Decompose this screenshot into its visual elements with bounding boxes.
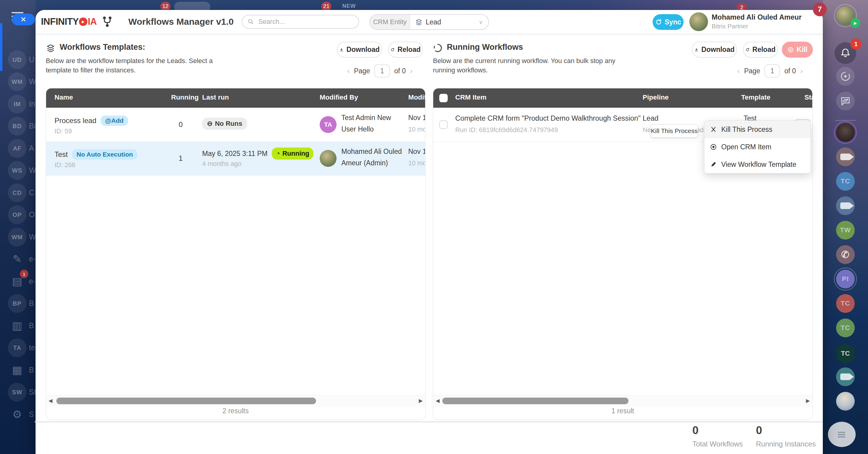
sidebar-item[interactable]: CDC [0,183,36,202]
app-header: INFINITY ▶ IA Workflows Manager v1.0 CRM… [36,10,823,35]
contact-avatar[interactable] [836,123,855,142]
scrollbar-thumb[interactable] [442,398,628,404]
sidebar-item[interactable]: TAte [0,338,36,357]
template-tag: @Add [101,116,128,126]
running-panel-title: Running Workflows [447,42,523,52]
download-button[interactable]: Download [337,41,382,58]
group-chat-avatar[interactable] [836,392,855,410]
sidebar-item[interactable]: AFA [0,139,36,158]
chat-chip-hex[interactable]: TC [835,343,856,364]
play-circle-icon: ▶ [79,18,87,26]
phone-call-button[interactable]: ✆ [836,245,855,264]
sidebar-item[interactable]: SWSt [0,383,36,401]
scroll-right-icon[interactable]: ▶ [419,398,423,404]
sidebar-item[interactable]: ⚙S [0,405,36,424]
running-panel-description: Below are the current running workflow. … [433,56,623,75]
avatar: IM [8,95,27,113]
chat-chip[interactable]: PI [836,270,855,288]
sidebar-item[interactable]: ▦B [0,361,36,379]
prev-page-icon[interactable]: ‹ [347,66,350,76]
next-page-icon[interactable]: › [800,66,803,76]
sidebar-item[interactable]: ▥B [0,316,36,335]
spinner-icon: ◔ [276,150,280,158]
gear-icon: ⚙ [8,405,27,424]
table-row-selected[interactable]: Test No Auto Execution ID: 266 1 May 6, … [46,141,425,176]
sidebar-item[interactable]: WMW [0,228,36,247]
list-icon [835,428,848,441]
horizontal-scrollbar[interactable]: ◀ ▶ [46,395,425,407]
video-call-button[interactable] [836,196,855,215]
video-call-button[interactable] [836,147,855,166]
horizontal-scrollbar[interactable]: ◀ ▶ [433,395,812,407]
right-sidebar: ▶ 1 TC TW ✆ PI TC TC TC [823,0,868,454]
sidebar-item[interactable]: WMW [0,73,36,91]
entity-selector[interactable]: CRM Entity Lead ∨ [369,14,489,30]
sync-button[interactable]: Sync [653,14,684,30]
chat-chip[interactable]: TC [836,172,855,191]
entity-selector-value[interactable]: Lead ∨ [410,15,488,29]
sidebar-item[interactable]: ▤1e- [0,272,36,291]
templates-pagination: ‹ Page 1 of 0 › [347,64,412,78]
avatar: WM [8,228,27,247]
camera-icon [840,202,850,209]
sidebar-item[interactable]: OPO [0,205,36,224]
search-box[interactable] [242,15,359,29]
avatar: CD [8,183,27,202]
entity-selector-label: CRM Entity [370,15,410,29]
sidebar-item[interactable]: BPB [0,294,36,313]
menu-item-view-template[interactable]: View Workflow Template [704,155,810,173]
chevron-down-icon: ∨ [479,19,483,26]
row-checkbox[interactable] [439,120,448,129]
page-input[interactable]: 1 [764,64,780,78]
sidebar-item[interactable]: UDU [0,50,36,69]
menu-item-open-crm[interactable]: Open CRM Item [704,138,810,155]
avatar: WS [8,161,27,180]
template-tag: No Auto Execution [72,149,137,160]
sidebar-item[interactable]: ✎e- [0,250,36,268]
page-input[interactable]: 1 [374,64,390,78]
eye-icon [710,143,717,150]
search-input[interactable] [257,18,353,26]
chat-chip[interactable]: TW [836,221,855,239]
pen-icon [710,161,717,168]
layers-icon [46,43,56,53]
topbar-counter-badge: 21 [321,2,332,11]
messenger-button[interactable] [836,92,855,110]
chip-label: TC [841,350,849,358]
chat-chip[interactable]: TC [836,318,855,337]
sidebar-item[interactable]: WSW [0,161,36,180]
results-count: 2 results [46,407,425,415]
avatar [320,150,337,167]
menu-item-kill-process[interactable]: Kill This Process [704,121,810,138]
spinner-icon [433,43,442,53]
notification-count-badge: 1 [850,38,861,50]
x-icon [710,126,717,133]
reload-icon [745,47,750,53]
scrollbar-thumb[interactable] [56,398,316,404]
scroll-left-icon[interactable]: ◀ [436,398,440,404]
market-button[interactable] [836,67,855,86]
table-header: CRM Item Pipeline Template Status [433,88,812,108]
camera-icon [840,373,850,380]
download-button[interactable]: Download [692,41,737,58]
notification-count-badge: 7 [813,2,827,16]
scroll-left-icon[interactable]: ◀ [49,398,53,404]
reload-button[interactable]: Reload [388,41,423,58]
video-call-button[interactable] [836,367,855,386]
select-all-checkbox[interactable] [439,94,448,102]
scroll-right-icon[interactable]: ▶ [806,398,810,404]
reload-button[interactable]: Reload [743,41,778,58]
next-page-icon[interactable]: › [410,66,413,76]
user-avatar[interactable] [689,12,708,31]
quick-list-button[interactable] [828,422,856,447]
sidebar-item[interactable]: BDBi [0,117,36,136]
table-row[interactable]: Process lead @Add ID: 59 0 ⊖No Runs TA T… [46,108,425,142]
chat-chip[interactable]: TC [836,294,855,313]
sidebar-item[interactable]: IMIn [0,95,36,113]
close-button[interactable]: ✕ [12,13,35,25]
prev-page-icon[interactable]: ‹ [737,66,740,76]
avatar: SW [8,383,27,401]
chip-label: TC [841,177,850,185]
kill-button[interactable]: Kill [782,41,813,58]
avatar: TA [8,338,27,357]
